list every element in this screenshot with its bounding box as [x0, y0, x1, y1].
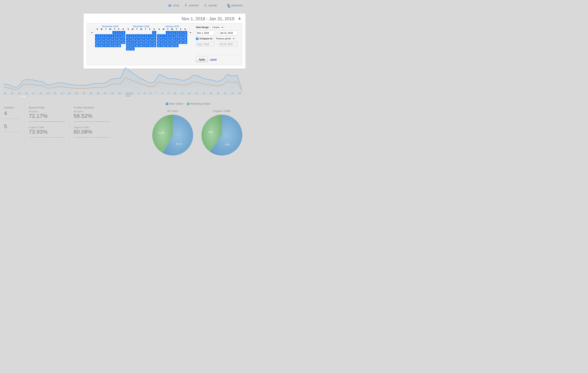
- calendar-day[interactable]: 1: [152, 31, 156, 34]
- calendar-day[interactable]: 28: [148, 44, 152, 47]
- save-button[interactable]: SAVE: [168, 4, 179, 7]
- calendar-day[interactable]: 1: [166, 31, 170, 34]
- calendar-day[interactable]: 24: [174, 41, 178, 44]
- calendar-day[interactable]: 17: [121, 38, 125, 41]
- calendar-day[interactable]: 31: [174, 44, 178, 47]
- calendar-day[interactable]: 7: [161, 34, 166, 37]
- calendar-day[interactable]: 5: [99, 34, 104, 37]
- export-button[interactable]: EXPORT: [184, 4, 199, 7]
- calendar-day[interactable]: 31: [130, 47, 135, 51]
- calendar-day[interactable]: 7: [148, 34, 152, 37]
- calendar-day[interactable]: 13: [157, 38, 161, 41]
- calendar-day[interactable]: 13: [104, 38, 108, 41]
- calendar-day[interactable]: 22: [166, 41, 170, 44]
- calendar-day[interactable]: 20: [104, 41, 108, 44]
- share-button[interactable]: SHARE: [204, 4, 217, 7]
- calendar-day[interactable]: 16: [126, 41, 130, 44]
- calendar-day[interactable]: 25: [179, 41, 183, 44]
- calendar-day[interactable]: 19: [99, 41, 104, 44]
- calendar-day[interactable]: 3: [121, 31, 125, 34]
- calendar-day[interactable]: 6: [157, 34, 161, 37]
- calendar-day[interactable]: 30: [126, 47, 130, 51]
- calendar-day[interactable]: 11: [135, 38, 139, 41]
- calendar-day[interactable]: 10: [121, 34, 125, 37]
- calendar-day[interactable]: 5: [139, 34, 143, 37]
- insights-button[interactable]: 6 INSIGHTS: [227, 4, 243, 8]
- calendar-day[interactable]: 20: [157, 41, 161, 44]
- calendar-day[interactable]: 26: [139, 44, 143, 47]
- calendar-day[interactable]: 12: [99, 38, 104, 41]
- range-drag-handle[interactable]: ▼: [21, 96, 25, 98]
- calendar-day[interactable]: 9: [117, 34, 121, 37]
- calendar-day[interactable]: 11: [179, 34, 183, 37]
- calendar-day[interactable]: 3: [130, 34, 135, 37]
- calendar-day[interactable]: 2: [170, 31, 174, 34]
- calendar-day[interactable]: 13: [143, 38, 147, 41]
- calendar-day[interactable]: 17: [174, 38, 178, 41]
- calendar-day[interactable]: 5: [183, 31, 187, 34]
- calendar-day[interactable]: 29: [112, 44, 116, 47]
- metric-card[interactable]: % New SessionsAll Users58.52%Organic Tra…: [70, 103, 114, 144]
- calendar-day[interactable]: 25: [135, 44, 139, 47]
- calendar-day[interactable]: 27: [157, 44, 161, 47]
- calendar-day[interactable]: 27: [143, 44, 147, 47]
- calendar-day[interactable]: 30: [117, 44, 121, 47]
- apply-button[interactable]: Apply: [196, 57, 208, 62]
- calendar-day[interactable]: 14: [108, 38, 112, 41]
- metric-card[interactable]: Duration45: [0, 103, 25, 144]
- calendar-day[interactable]: 1: [112, 31, 116, 34]
- calendar-day[interactable]: 19: [183, 38, 187, 41]
- metric-card[interactable]: Bounce RateAll Users72.17%Organic Traffi…: [25, 103, 70, 144]
- calendar-day[interactable]: 21: [108, 41, 112, 44]
- calendar-day[interactable]: 30: [170, 44, 174, 47]
- calendar-day[interactable]: 14: [148, 38, 152, 41]
- calendar-day[interactable]: 15: [112, 38, 116, 41]
- calendar-day[interactable]: 8: [166, 34, 170, 37]
- calendar-day[interactable]: 9: [170, 34, 174, 37]
- calendar-day[interactable]: 6: [104, 34, 108, 37]
- calendar-month-title[interactable]: December 2018: [126, 25, 156, 28]
- calendar-day[interactable]: 12: [183, 34, 187, 37]
- calendar-day[interactable]: 29: [152, 44, 156, 47]
- calendar-day[interactable]: 18: [95, 41, 99, 44]
- calendar-day[interactable]: 6: [143, 34, 147, 37]
- calendar-day[interactable]: 26: [99, 44, 104, 47]
- calendar-day[interactable]: 18: [179, 38, 183, 41]
- calendar-day[interactable]: 15: [152, 38, 156, 41]
- calendar-day[interactable]: 2: [126, 34, 130, 37]
- calendar-day[interactable]: 20: [143, 41, 147, 44]
- calendar-day[interactable]: 27: [104, 44, 108, 47]
- calendar-day[interactable]: 14: [161, 38, 166, 41]
- calendar-next-button[interactable]: ▶: [189, 30, 193, 35]
- calendar-day[interactable]: 12: [139, 38, 143, 41]
- calendar-day[interactable]: 16: [170, 38, 174, 41]
- calendar-day[interactable]: 22: [152, 41, 156, 44]
- calendar-day[interactable]: 11: [95, 38, 99, 41]
- calendar-day[interactable]: 28: [108, 44, 112, 47]
- calendar-day[interactable]: 19: [139, 41, 143, 44]
- date-range-preset-select[interactable]: Custom: [210, 25, 224, 30]
- calendar-day[interactable]: 10: [174, 34, 178, 37]
- compare-checkbox[interactable]: [196, 38, 198, 40]
- calendar-day[interactable]: 24: [130, 44, 135, 47]
- calendar-day[interactable]: 4: [179, 31, 183, 34]
- calendar-day[interactable]: 28: [161, 44, 166, 47]
- calendar-day[interactable]: 23: [170, 41, 174, 44]
- calendar-day[interactable]: 8: [112, 34, 116, 37]
- compare-preset-select[interactable]: Previous period: [214, 36, 235, 41]
- date-range-toggle[interactable]: Nov 1, 2018 - Jan 31, 2019 ▲: [84, 14, 245, 23]
- calendar-day[interactable]: 17: [130, 41, 135, 44]
- calendar-day[interactable]: 26: [183, 41, 187, 44]
- calendar-day[interactable]: 10: [130, 38, 135, 41]
- calendar-day[interactable]: 29: [166, 44, 170, 47]
- calendar-day[interactable]: 4: [135, 34, 139, 37]
- calendar-day[interactable]: 16: [117, 38, 121, 41]
- calendar-day[interactable]: 23: [117, 41, 121, 44]
- calendar-day[interactable]: 7: [108, 34, 112, 37]
- calendar-day[interactable]: 23: [126, 44, 130, 47]
- calendar-day[interactable]: 9: [126, 38, 130, 41]
- calendar-day[interactable]: 22: [112, 41, 116, 44]
- calendar-day[interactable]: 4: [95, 34, 99, 37]
- calendar-day[interactable]: 25: [95, 44, 99, 47]
- calendar-day[interactable]: 8: [152, 34, 156, 37]
